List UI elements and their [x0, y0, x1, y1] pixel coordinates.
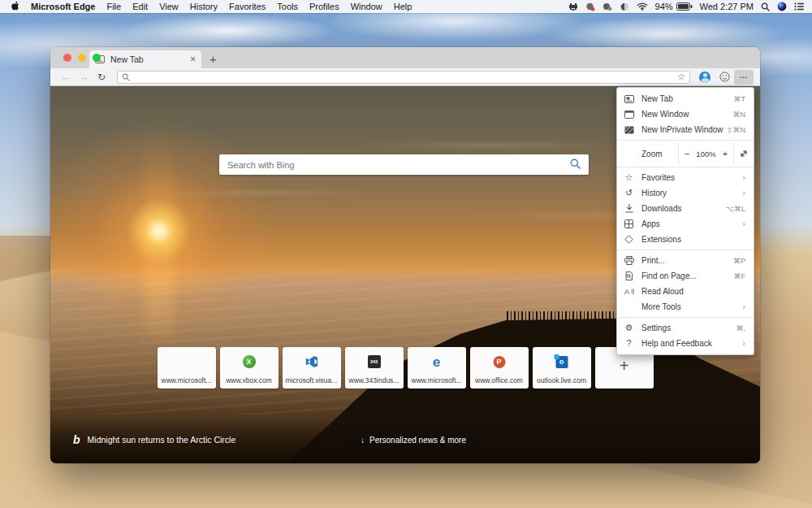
bing-search-box[interactable] — [219, 154, 589, 175]
inprivate-window-icon — [624, 126, 634, 134]
close-window-button[interactable] — [63, 54, 71, 62]
battery-icon[interactable] — [676, 2, 693, 11]
menu-item-label: Downloads — [641, 204, 726, 213]
menubar-app-name[interactable]: Microsoft Edge — [31, 2, 95, 11]
bing-search-input[interactable] — [227, 160, 570, 170]
zoom-in-button[interactable]: + — [717, 149, 733, 158]
menu-item-help-and-feedback[interactable]: ? Help and Feedback › — [617, 336, 754, 351]
maximize-window-button[interactable] — [93, 54, 101, 62]
menu-item-apps[interactable]: Apps › — [617, 216, 754, 232]
new-window-icon — [624, 111, 634, 119]
menu-item-history[interactable]: ↺ History › — [617, 185, 754, 201]
address-bar[interactable]: ☆ — [117, 71, 690, 84]
help-icon: ? — [624, 339, 634, 348]
menu-item-settings[interactable]: ⚙ Settings ⌘, — [617, 320, 754, 336]
tile-office[interactable]: P www.office.com — [470, 347, 529, 389]
menu-divider — [617, 317, 754, 318]
menu-item-label: Help and Feedback — [641, 339, 737, 348]
menu-item-shortcut: ⌘P — [733, 257, 745, 265]
tile-343-industries[interactable]: 343 www.343indus... — [345, 347, 404, 389]
favorites-star-icon[interactable]: ☆ — [677, 72, 685, 81]
chevron-right-icon: › — [742, 302, 745, 311]
spotlight-icon[interactable] — [761, 2, 770, 11]
menubar-item-view[interactable]: View — [159, 2, 179, 11]
menu-item-downloads[interactable]: Downloads ⌥⌘L — [617, 201, 754, 216]
menu-item-shortcut: ⌘N — [733, 111, 746, 119]
menu-item-label: Find on Page... — [641, 271, 734, 280]
tab-close-icon[interactable]: × — [190, 54, 196, 64]
tile-microsoft-edge[interactable]: e www.microsoft... — [408, 347, 466, 389]
minimize-window-button[interactable] — [78, 54, 86, 62]
extensions-puzzle-icon — [624, 235, 634, 244]
menu-item-more-tools[interactable]: More Tools › — [617, 299, 754, 315]
address-search-icon — [122, 70, 130, 85]
zoom-out-button[interactable]: − — [679, 149, 695, 158]
menubar-item-window[interactable]: Window — [351, 2, 382, 11]
profile-avatar — [699, 72, 710, 83]
tab-new-tab[interactable]: New Tab × — [89, 50, 201, 68]
status-wifi-icon[interactable] — [637, 2, 648, 11]
menubar-item-help[interactable]: Help — [394, 2, 412, 11]
settings-and-more-button[interactable]: ••• — [734, 70, 754, 85]
tile-label: outlook.live.com — [537, 376, 586, 384]
menu-item-favorites[interactable]: ☆ Favorites › — [617, 170, 754, 185]
visual-studio-logo-icon — [305, 354, 318, 369]
apple-menu-icon[interactable] — [11, 1, 19, 12]
tab-title: New Tab — [110, 54, 184, 64]
tile-label: www.xbox.com — [226, 376, 272, 384]
read-aloud-icon: A — [624, 287, 634, 296]
profile-button[interactable] — [695, 70, 715, 85]
tile-outlook[interactable]: o outlook.live.com — [533, 347, 591, 389]
menubar-item-edit[interactable]: Edit — [132, 2, 148, 11]
menubar-item-tools[interactable]: Tools — [277, 2, 298, 11]
menu-item-find-on-page[interactable]: Find on Page... ⌘F — [617, 268, 754, 284]
menu-item-shortcut: ⇧⌘N — [727, 126, 745, 134]
status-app-icon-3[interactable] — [603, 2, 612, 11]
browser-window: New Tab × + ← → ↻ ☆ ••• — [50, 47, 760, 463]
status-app-icon-2[interactable] — [585, 2, 595, 11]
svg-text:A: A — [624, 288, 629, 296]
down-arrow-icon: ↓ — [361, 436, 365, 445]
notification-center-icon[interactable] — [794, 2, 804, 11]
status-app-icon-1[interactable] — [568, 2, 578, 11]
menu-item-new-tab[interactable]: New Tab ⌘T — [617, 91, 754, 106]
tile-label: microsoft.visua... — [286, 376, 338, 384]
menu-item-label: History — [641, 189, 737, 198]
menu-item-label: Extensions — [641, 235, 745, 244]
menu-item-new-window[interactable]: New Window ⌘N — [617, 106, 754, 122]
personalized-news-button[interactable]: ↓ Personalized news & more — [351, 432, 476, 448]
menubar-item-file[interactable]: File — [106, 2, 121, 11]
menu-item-shortcut: ⌘, — [736, 324, 745, 332]
menu-item-label: Read Aloud — [641, 287, 745, 296]
xbox-logo-icon: X — [243, 354, 256, 369]
status-globe-icon[interactable] — [620, 2, 629, 11]
bing-caption-text: Midnight sun returns to the Arctic Circl… — [88, 435, 236, 445]
menubar-item-history[interactable]: History — [190, 2, 218, 11]
menu-item-read-aloud[interactable]: A Read Aloud — [617, 284, 754, 299]
bing-search-icon[interactable] — [570, 158, 581, 172]
menubar-item-profiles[interactable]: Profiles — [309, 2, 339, 11]
siri-icon[interactable] — [777, 2, 787, 11]
menu-divider — [617, 140, 754, 141]
menu-item-label: New Window — [641, 110, 733, 119]
back-icon[interactable]: ← — [57, 72, 75, 82]
address-input[interactable] — [134, 72, 677, 83]
tile-microsoft[interactable]: www.microsoft... — [158, 347, 216, 389]
menu-item-print[interactable]: Print... ⌘P — [617, 253, 754, 268]
feedback-smiley-button[interactable] — [715, 70, 734, 85]
menu-item-new-inprivate-window[interactable]: New InPrivate Window ⇧⌘N — [617, 122, 754, 137]
fullscreen-icon[interactable] — [734, 150, 754, 158]
forward-icon[interactable]: → — [75, 72, 93, 82]
tile-xbox[interactable]: X www.xbox.com — [220, 347, 279, 389]
reload-icon[interactable]: ↻ — [93, 72, 110, 82]
menu-item-extensions[interactable]: Extensions — [617, 232, 754, 247]
menu-divider — [617, 167, 754, 167]
menubar-clock[interactable]: Wed 2:27 PM — [700, 2, 754, 11]
tab-bar: New Tab × + — [50, 47, 760, 68]
menubar-item-favorites[interactable]: Favorites — [229, 2, 266, 11]
tile-visual-studio[interactable]: microsoft.visua... — [283, 347, 341, 389]
chevron-right-icon: › — [742, 339, 745, 348]
downloads-icon — [624, 204, 634, 213]
tile-label: www.microsoft... — [162, 376, 212, 384]
new-tab-button[interactable]: + — [209, 52, 217, 68]
